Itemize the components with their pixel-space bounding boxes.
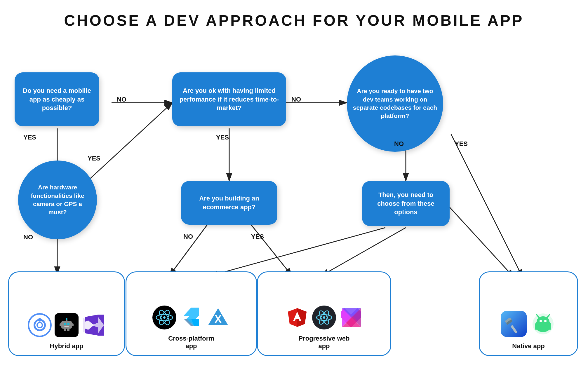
xcode-icon: [501, 311, 527, 337]
native-label: Native app: [512, 342, 544, 350]
label-q1-no: NO: [117, 96, 126, 103]
node-q5: Are you building an ecommerce app?: [181, 181, 277, 225]
native-icons: [501, 311, 556, 337]
outcome-native: Native app: [479, 271, 578, 356]
svg-rect-24: [67, 329, 69, 331]
node-q6: Then, you need to choose from these opti…: [362, 181, 450, 226]
visual-studio-icon: [81, 313, 105, 337]
label-q5-yes: YES: [251, 233, 264, 240]
cross-icons: X: [152, 306, 230, 329]
svg-line-11: [210, 228, 385, 276]
xamarin-icon: X: [206, 306, 230, 329]
angular-icon: [285, 306, 309, 329]
pwa-label: Progressive web app: [299, 335, 350, 350]
label-q2-no: NO: [291, 96, 301, 103]
node-q2: Are you ok with having limited perfomanc…: [172, 72, 286, 126]
svg-rect-69: [538, 325, 541, 331]
outcome-hybrid: Hybrid app: [8, 271, 125, 356]
label-q3-yes: YES: [455, 140, 468, 148]
svg-rect-18: [64, 326, 69, 327]
ionic-icon: [28, 313, 52, 337]
svg-rect-22: [72, 323, 74, 326]
svg-point-30: [163, 316, 166, 319]
svg-rect-17: [67, 323, 69, 325]
svg-line-13: [450, 207, 514, 277]
svg-rect-70: [545, 325, 548, 331]
svg-point-66: [544, 320, 547, 322]
svg-rect-57: [501, 311, 527, 337]
label-q4-no: NO: [23, 233, 33, 241]
svg-point-47: [323, 316, 325, 319]
pwa-icons: [285, 306, 363, 329]
label-q3-no: NO: [394, 140, 404, 148]
svg-rect-21: [60, 323, 61, 326]
label-q5-no: NO: [183, 233, 193, 240]
cross-label: Cross-platform app: [168, 335, 214, 350]
hybrid-label: Hybrid app: [50, 342, 83, 350]
node-q1: Do you need a mobille app as cheaply as …: [15, 72, 99, 126]
label-q2-yes: YES: [216, 134, 229, 141]
polymer-icon: [339, 306, 363, 329]
hybrid-icons: [28, 313, 105, 337]
svg-line-12: [321, 228, 406, 276]
svg-point-14: [37, 322, 42, 328]
svg-line-10: [251, 225, 292, 276]
svg-text:X: X: [215, 313, 222, 325]
svg-point-20: [66, 318, 67, 320]
svg-point-65: [540, 320, 542, 322]
svg-rect-15: [61, 321, 72, 329]
svg-rect-23: [64, 329, 66, 331]
svg-line-9: [169, 225, 207, 276]
capacitor-icon: [55, 313, 79, 337]
svg-rect-43: [295, 318, 300, 319]
svg-rect-71: [535, 325, 537, 330]
svg-line-5: [451, 134, 523, 277]
page-title: CHOOSE A DEV APPROACH FOR YOUR MOBILE AP…: [0, 0, 588, 38]
outcome-cross: X Cross-platform app: [126, 271, 257, 356]
node-q3: Are you ready to have two dev teams work…: [347, 55, 443, 152]
svg-line-8: [88, 103, 172, 181]
react-web-icon: [312, 306, 336, 329]
svg-rect-72: [549, 325, 551, 330]
flutter-icon: [179, 306, 203, 329]
outcome-pwa: Progressive web app: [257, 271, 391, 356]
label-q4-yes: YES: [88, 155, 100, 162]
svg-rect-16: [64, 323, 66, 325]
react-native-icon: [152, 306, 176, 329]
node-q4: Are hardware functionalities like camera…: [18, 161, 97, 239]
android-studio-icon: [530, 311, 556, 337]
label-q1-yes: YES: [23, 134, 36, 141]
flowchart: Do you need a mobille app as cheaply as …: [0, 38, 588, 368]
